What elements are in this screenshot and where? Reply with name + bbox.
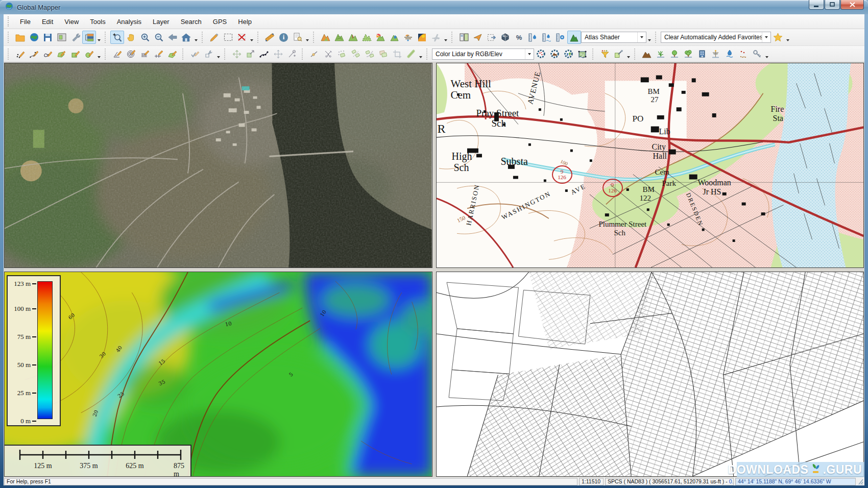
- map-layout-button[interactable]: [55, 31, 68, 44]
- toolbar-gripper[interactable]: [8, 48, 11, 60]
- topo-map-panel[interactable]: R West Hill Cem AVENUE Pray Street Sch H…: [436, 63, 864, 268]
- restore-button[interactable]: [825, 0, 840, 10]
- class-building-button[interactable]: [695, 47, 709, 61]
- minimize-button[interactable]: [809, 0, 824, 10]
- aerial-imagery-panel[interactable]: [4, 63, 432, 268]
- class-low-vegetation-button[interactable]: [654, 47, 667, 61]
- create-area-from-lines-button[interactable]: [165, 47, 179, 61]
- copy-feature-button[interactable]: [244, 47, 257, 61]
- compare-windows-button[interactable]: [457, 31, 471, 44]
- terrain-group-dropdown[interactable]: [443, 31, 448, 44]
- join-lines-button[interactable]: [307, 47, 321, 61]
- create-range-rings-button[interactable]: [124, 47, 138, 61]
- create-buffer-button[interactable]: [335, 47, 349, 61]
- zoom-in-button[interactable]: [138, 31, 152, 44]
- lidar-qc-add-button[interactable]: [553, 31, 567, 44]
- move-feature-button[interactable]: [230, 47, 244, 61]
- class-medium-vegetation-button[interactable]: [667, 47, 681, 61]
- view-shed-button[interactable]: [374, 31, 388, 44]
- class-high-vegetation-button[interactable]: [681, 47, 695, 61]
- verify-digitizing-button[interactable]: [188, 47, 202, 61]
- shader-combo[interactable]: Atlas Shader: [581, 32, 646, 43]
- toolbar-gripper[interactable]: [8, 32, 11, 43]
- class-ground-icon-button[interactable]: [640, 47, 654, 61]
- create-line-button[interactable]: [27, 47, 41, 61]
- terrain-shader-button[interactable]: [319, 31, 332, 44]
- filter-lidar-button[interactable]: [598, 47, 612, 61]
- class-key-button[interactable]: [750, 47, 764, 61]
- rotate-feature-button[interactable]: [285, 47, 299, 61]
- edit-group-dropdown[interactable]: [215, 47, 221, 61]
- info-group-dropdown[interactable]: [304, 31, 310, 44]
- crop-areas-button[interactable]: [390, 47, 404, 61]
- create-grid-button[interactable]: [138, 47, 152, 61]
- close-button[interactable]: [840, 0, 864, 10]
- favorites-combo[interactable]: Clear Automatically Added Favorites: [661, 32, 771, 43]
- lidar-mode-combo[interactable]: Color Lidar by RGB/Elev: [432, 48, 534, 60]
- menu-view[interactable]: View: [59, 15, 84, 28]
- combine-areas-button[interactable]: [376, 47, 390, 61]
- terrain-layers-button[interactable]: [401, 31, 415, 44]
- split-line-button[interactable]: [321, 47, 335, 61]
- zoom-out-button[interactable]: [152, 31, 165, 44]
- menu-edit[interactable]: Edit: [36, 15, 59, 28]
- lidar-group-dropdown[interactable]: [625, 47, 631, 61]
- lidar-classify-ground-button[interactable]: [548, 47, 562, 61]
- create-area-button[interactable]: [55, 47, 68, 61]
- digitizer-group-dropdown[interactable]: [249, 31, 254, 44]
- vector-map-panel[interactable]: [436, 272, 864, 477]
- lidar-mode-combo-arrow[interactable]: [525, 49, 534, 59]
- menu-layer[interactable]: Layer: [147, 15, 175, 28]
- edit-vertices-button[interactable]: [257, 47, 271, 61]
- create-rectangle-button[interactable]: [68, 47, 82, 61]
- cut-area-button[interactable]: [363, 47, 376, 61]
- digitizer-tool-button[interactable]: [207, 31, 221, 44]
- clear-selection-button[interactable]: [235, 31, 249, 44]
- full-view-home-button[interactable]: [179, 31, 193, 44]
- view-3d-button[interactable]: 3D: [498, 31, 512, 44]
- shader-group-dropdown[interactable]: [646, 31, 652, 44]
- class-powerline-button[interactable]: [709, 47, 722, 61]
- create-point-button[interactable]: [13, 47, 27, 61]
- lidar-qc-button[interactable]: [526, 31, 540, 44]
- path-profile-button[interactable]: %: [512, 31, 526, 44]
- snap-vertex-button[interactable]: [271, 47, 285, 61]
- file-group-dropdown[interactable]: [96, 31, 102, 44]
- search-vector-data-button[interactable]: [291, 31, 304, 44]
- elevation-panel[interactable]: 60 40 30 15 35 25 20 10 5 10 123 m 100 m…: [4, 272, 432, 477]
- create-group-dropdown[interactable]: [96, 47, 102, 61]
- menu-file[interactable]: File: [14, 15, 36, 28]
- save-button[interactable]: [41, 31, 55, 44]
- control-center-button[interactable]: [82, 31, 96, 44]
- open-file-button[interactable]: [13, 31, 27, 44]
- lidar-extract-features-button[interactable]: [575, 47, 589, 61]
- create-angle-button[interactable]: x°: [110, 47, 124, 61]
- title-bar[interactable]: Global Mapper: [0, 0, 868, 14]
- resize-grip[interactable]: [857, 478, 864, 485]
- view-group-dropdown[interactable]: [193, 31, 199, 44]
- shader-combo-arrow[interactable]: [637, 32, 646, 42]
- attribute-edit-button[interactable]: [202, 47, 215, 61]
- favorites-combo-arrow[interactable]: [762, 32, 770, 42]
- class-group-dropdown[interactable]: [764, 47, 769, 61]
- fly-through-button[interactable]: [429, 31, 443, 44]
- watershed-button[interactable]: [346, 31, 360, 44]
- create-circle-button[interactable]: [82, 47, 96, 61]
- split-area-button[interactable]: [349, 47, 363, 61]
- menu-analysis[interactable]: Analysis: [111, 15, 147, 28]
- menu-search[interactable]: Search: [175, 15, 207, 28]
- lidar-classify-noise-button[interactable]: [534, 47, 548, 61]
- vector-edit-group-dropdown[interactable]: [418, 47, 423, 61]
- class-water-button[interactable]: [722, 47, 736, 61]
- create-line-perpendicular-button[interactable]: [152, 47, 165, 61]
- favorites-group-dropdown[interactable]: [785, 31, 790, 44]
- favorites-star-button[interactable]: [771, 31, 785, 44]
- elevation-grid-button[interactable]: [360, 31, 374, 44]
- draw-swath-button[interactable]: [404, 47, 418, 61]
- zoom-tool-button[interactable]: [110, 31, 124, 44]
- swipe-tool-button[interactable]: [471, 31, 485, 44]
- menu-gripper[interactable]: [8, 16, 10, 27]
- menu-gps[interactable]: GPS: [207, 15, 232, 28]
- open-online-data-button[interactable]: [27, 31, 41, 44]
- pick-lidar-sample-button[interactable]: [612, 47, 625, 61]
